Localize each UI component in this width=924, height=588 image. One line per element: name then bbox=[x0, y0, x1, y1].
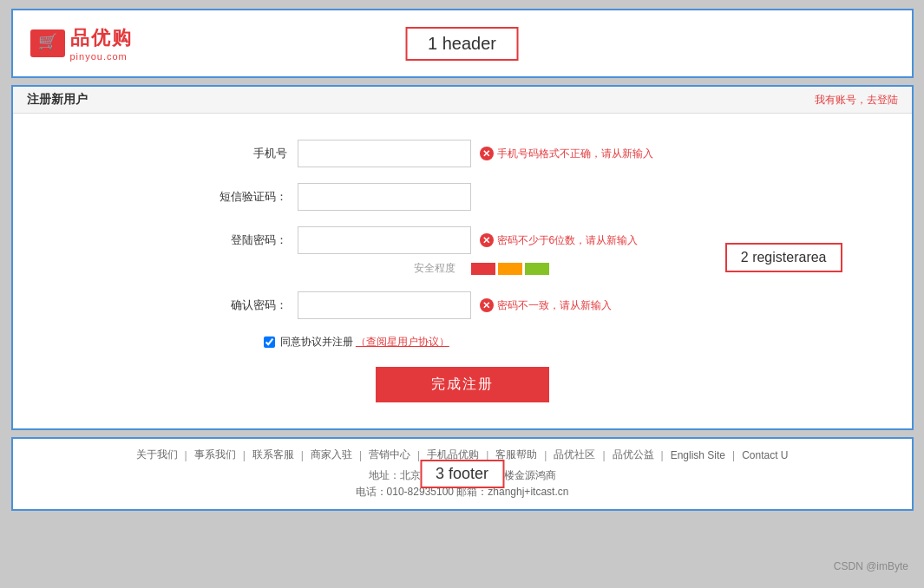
footer-nav-separator: | bbox=[732, 449, 735, 461]
agreement-checkbox[interactable] bbox=[264, 336, 275, 348]
password-label: 登陆密码： bbox=[220, 232, 298, 248]
footer-nav-separator: | bbox=[544, 449, 547, 461]
sms-label: 短信验证码： bbox=[220, 189, 298, 205]
agreement-text: 同意协议并注册 （查阅星用户协议） bbox=[280, 335, 449, 350]
login-link[interactable]: 我有账号，去登陆 bbox=[815, 93, 898, 108]
confirm-error-text: 密码不一致，请从新输入 bbox=[497, 298, 612, 313]
logo-area: 🛒 品优购 pinyou.com bbox=[30, 25, 133, 62]
submit-button[interactable]: 完成注册 bbox=[376, 367, 549, 402]
footer-nav-separator: | bbox=[185, 449, 187, 461]
header-section: 🛒 品优购 pinyou.com 1 header bbox=[11, 9, 914, 78]
security-label: 安全程度 bbox=[414, 261, 455, 276]
register-title: 注册新用户 bbox=[27, 92, 88, 108]
confirm-error: ✕ 密码不一致，请从新输入 bbox=[480, 298, 612, 313]
security-bar-strong bbox=[525, 263, 549, 275]
footer-section: 关于我们|事系我们|联系客服|商家入驻|营销中心|手机品优购|客服帮助|品优社区… bbox=[11, 437, 914, 511]
footer-nav-separator: | bbox=[301, 449, 304, 461]
security-bars bbox=[471, 263, 549, 275]
footer-nav-separator: | bbox=[417, 449, 420, 461]
sms-input[interactable] bbox=[298, 183, 471, 211]
phone-input[interactable] bbox=[298, 140, 471, 167]
footer-nav-separator: | bbox=[243, 449, 246, 461]
logo-brand-text: 品优购 bbox=[70, 25, 133, 51]
footer-nav-item[interactable]: 品优社区 bbox=[554, 448, 595, 462]
password-error-icon: ✕ bbox=[480, 233, 494, 247]
phone-error-icon: ✕ bbox=[480, 147, 494, 160]
agreement-link[interactable]: （查阅星用户协议） bbox=[356, 336, 449, 348]
footer-nav-separator: | bbox=[359, 449, 362, 461]
confirm-row: 确认密码： ✕ 密码不一致，请从新输入 bbox=[220, 291, 705, 319]
cart-logo-icon: 🛒 bbox=[30, 29, 65, 57]
logo-text: 品优购 pinyou.com bbox=[70, 25, 133, 62]
password-row: 登陆密码： ✕ 密码不少于6位数，请从新输入 bbox=[220, 226, 705, 254]
sms-row: 短信验证码： bbox=[220, 183, 705, 211]
register-section: 注册新用户 我有账号，去登陆 手机号 ✕ 手机号码格式不正确，请从新输入 短信验… bbox=[11, 85, 914, 430]
security-bar-medium bbox=[498, 263, 522, 275]
security-row: 安全程度 bbox=[220, 261, 705, 276]
password-input[interactable] bbox=[298, 226, 471, 254]
footer-nav-item[interactable]: 商家入驻 bbox=[311, 448, 352, 462]
footer-nav-item[interactable]: Contact U bbox=[742, 449, 788, 461]
footer-nav-separator: | bbox=[602, 449, 605, 461]
confirm-label: 确认密码： bbox=[220, 297, 298, 313]
footer-nav-item[interactable]: 品优公益 bbox=[613, 448, 654, 462]
register-area-label: 2 registerarea bbox=[725, 243, 842, 272]
password-error: ✕ 密码不少于6位数，请从新输入 bbox=[480, 233, 639, 248]
register-topbar: 注册新用户 我有账号，去登陆 bbox=[13, 87, 912, 114]
svg-text:🛒: 🛒 bbox=[38, 32, 58, 51]
header-label: 1 header bbox=[405, 27, 519, 61]
footer-nav-separator: | bbox=[661, 449, 664, 461]
footer-nav-item[interactable]: 事系我们 bbox=[194, 448, 236, 462]
logo-subtitle: pinyou.com bbox=[70, 51, 133, 62]
csdn-watermark: CSDN @imByte bbox=[834, 560, 908, 572]
password-error-text: 密码不少于6位数，请从新输入 bbox=[497, 233, 639, 248]
confirm-input[interactable] bbox=[298, 291, 471, 319]
security-bar-weak bbox=[471, 263, 495, 275]
confirm-error-icon: ✕ bbox=[480, 298, 494, 312]
phone-row: 手机号 ✕ 手机号码格式不正确，请从新输入 bbox=[220, 140, 705, 167]
submit-row: 完成注册 bbox=[220, 367, 705, 402]
footer-nav-item[interactable]: 联系客服 bbox=[252, 448, 294, 462]
footer-nav-separator: | bbox=[486, 449, 488, 461]
agreement-row: 同意协议并注册 （查阅星用户协议） bbox=[264, 335, 750, 350]
footer-nav-item[interactable]: 营销中心 bbox=[369, 448, 410, 462]
footer-label: 3 footer bbox=[420, 460, 504, 488]
footer-nav-item[interactable]: 关于我们 bbox=[136, 448, 178, 462]
footer-nav-item[interactable]: English Site bbox=[671, 449, 725, 461]
phone-error-text: 手机号码格式不正确，请从新输入 bbox=[497, 147, 653, 161]
phone-label: 手机号 bbox=[220, 146, 298, 161]
phone-error: ✕ 手机号码格式不正确，请从新输入 bbox=[480, 147, 653, 161]
